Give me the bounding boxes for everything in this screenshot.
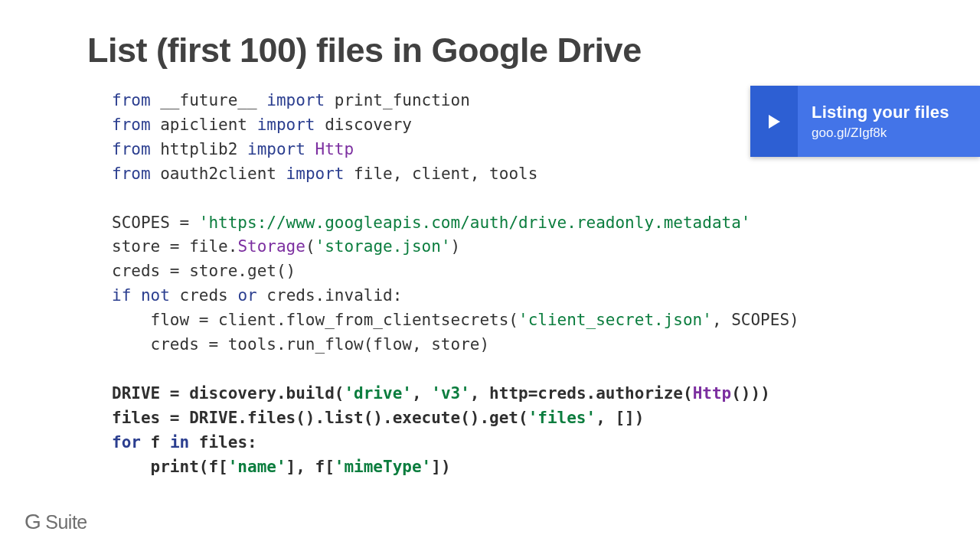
logo-suite: Suite bbox=[45, 511, 87, 533]
kw-from: from bbox=[112, 116, 151, 134]
str: 'storage.json' bbox=[315, 237, 451, 256]
code-text: , http=creds.authorize( bbox=[470, 384, 693, 403]
code-text: flow = client.flow_from_clientsecrets( bbox=[112, 311, 518, 329]
cls-http: Http bbox=[693, 384, 732, 403]
code-text: files = DRIVE.files().list().execute().g… bbox=[112, 409, 528, 427]
kw-if: if bbox=[112, 286, 131, 305]
code-text: ) bbox=[451, 237, 461, 256]
kw-import: import bbox=[257, 116, 315, 134]
str: 'client_secret.json' bbox=[518, 311, 712, 329]
code-text: , []) bbox=[596, 409, 644, 427]
callout-link: goo.gl/ZIgf8k bbox=[812, 126, 980, 141]
kw-in: in bbox=[170, 433, 189, 452]
str: 'v3' bbox=[431, 384, 470, 403]
str: 'https://www.googleapis.com/auth/drive.r… bbox=[199, 214, 751, 232]
code-text: oauth2client bbox=[151, 165, 286, 183]
cls-storage: Storage bbox=[237, 237, 305, 256]
code-text: print(f[ bbox=[112, 458, 228, 476]
str: 'mimeType' bbox=[335, 458, 431, 476]
kw-import: import bbox=[286, 165, 345, 183]
code-text: creds = store.get() bbox=[112, 262, 296, 280]
code-text: print_function bbox=[325, 91, 470, 109]
play-icon bbox=[769, 115, 780, 129]
callout-title: Listing your files bbox=[812, 103, 980, 122]
kw-from: from bbox=[112, 91, 151, 109]
code-text: DRIVE = discovery.build( bbox=[112, 384, 344, 403]
code-text: f bbox=[141, 433, 170, 452]
code-text: ( bbox=[305, 237, 315, 256]
kw-not: not bbox=[141, 286, 170, 305]
kw-for: for bbox=[112, 433, 141, 452]
slide-title: List (first 100) files in Google Drive bbox=[87, 31, 942, 70]
code-text: creds.invalid: bbox=[257, 286, 403, 305]
code-text: file, client, tools bbox=[344, 165, 537, 183]
code-text: , bbox=[412, 384, 431, 403]
code-text: apiclient bbox=[151, 116, 257, 134]
code-text bbox=[131, 286, 141, 305]
code-text: discovery bbox=[315, 116, 412, 134]
code-text: , SCOPES) bbox=[712, 311, 799, 329]
str: 'files' bbox=[528, 409, 596, 427]
kw-import: import bbox=[266, 91, 325, 109]
code-text: httplib2 bbox=[151, 140, 247, 158]
code-text: SCOPES = bbox=[112, 214, 199, 232]
code-text: creds = tools.run_flow(flow, store) bbox=[112, 335, 489, 354]
callout-card[interactable]: Listing your files goo.gl/ZIgf8k bbox=[750, 86, 980, 157]
kw-from: from bbox=[112, 165, 151, 183]
code-text: ], f[ bbox=[286, 458, 335, 476]
cls-http: Http bbox=[305, 140, 354, 158]
code-text: store = file. bbox=[112, 237, 237, 256]
code-text: ]) bbox=[431, 458, 450, 476]
code-text: creds bbox=[170, 286, 238, 305]
kw-from: from bbox=[112, 140, 151, 158]
str: 'name' bbox=[228, 458, 286, 476]
logo-g: G bbox=[24, 510, 41, 534]
kw-or: or bbox=[237, 286, 256, 305]
callout-icon-box bbox=[750, 86, 798, 157]
code-text: files: bbox=[189, 433, 257, 452]
gsuite-logo: G Suite bbox=[24, 510, 87, 534]
callout-body: Listing your files goo.gl/ZIgf8k bbox=[798, 86, 980, 157]
str: 'drive' bbox=[344, 384, 412, 403]
code-text: ())) bbox=[731, 384, 770, 403]
kw-import: import bbox=[247, 140, 305, 158]
slide: List (first 100) files in Google Drive f… bbox=[0, 0, 980, 551]
code-text: __future__ bbox=[151, 91, 267, 109]
